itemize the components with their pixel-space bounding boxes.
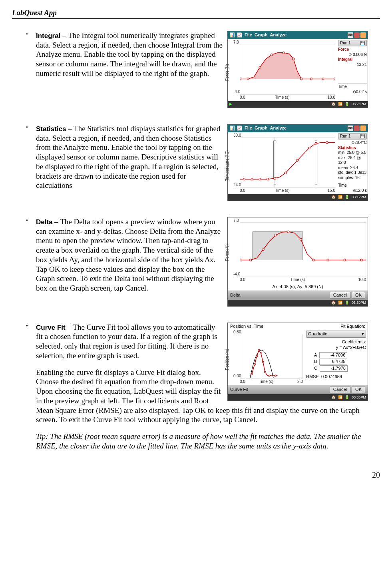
menu-file[interactable]: File <box>245 32 252 38</box>
home-icon[interactable]: 🏠 <box>331 395 336 400</box>
current-value: ⊙28.4°C <box>338 140 367 145</box>
y-min: -4.0 <box>233 272 240 277</box>
run-selector[interactable]: Run 1💾 <box>338 133 367 140</box>
save-icon[interactable]: 💾 <box>360 41 365 46</box>
y-max: 7.0 <box>233 218 239 223</box>
menu-file[interactable]: File <box>245 126 252 131</box>
coef-label: Coefficients: <box>306 339 366 345</box>
svg-point-2 <box>259 66 261 68</box>
svg-point-33 <box>251 373 253 375</box>
svg-point-31 <box>344 259 346 261</box>
titlebar: 📊 📈 File Graph Analyze ⌨ <box>228 31 368 39</box>
svg-point-36 <box>258 349 260 351</box>
tab-meter-icon[interactable]: 📊 <box>229 32 235 38</box>
tab-graph-icon[interactable]: 📈 <box>237 32 242 38</box>
cancel-button[interactable]: Cancel <box>330 386 350 393</box>
screenshot-curvefit: Position vs. Time Fit Equation: 0.80 0.0… <box>227 323 368 401</box>
term-statistics: Statistics <box>36 125 66 133</box>
x-max: 10.0 <box>358 277 366 283</box>
tip-text: Tip: The RMSE (root mean square error) i… <box>36 432 368 451</box>
keyboard-icon[interactable]: ⌨ <box>348 32 353 38</box>
stats-mean: mean: 26.4 <box>338 165 367 171</box>
ok-button[interactable]: OK <box>352 292 365 299</box>
svg-point-9 <box>334 78 335 80</box>
page-header: LabQuest App <box>12 8 380 19</box>
svg-point-21 <box>326 141 328 143</box>
x-label: Time (s) <box>259 379 273 385</box>
svg-point-28 <box>300 238 302 240</box>
icon-red[interactable] <box>354 32 360 38</box>
icon-orange[interactable] <box>360 32 366 38</box>
coef-c-value: -1.7978 <box>320 365 348 372</box>
svg-point-40 <box>269 375 270 377</box>
page-number: 20 <box>12 470 380 480</box>
time-value: ⊙0.02 s <box>338 90 367 95</box>
menu-graph[interactable]: Graph <box>255 32 267 38</box>
side-panel: Run 1💾 Force ⊙-0.006 N Integral 13.21 Ti… <box>337 39 368 101</box>
save-icon[interactable]: 💾 <box>360 134 365 139</box>
svg-point-38 <box>262 361 264 363</box>
x-label: Time (s) <box>291 277 305 283</box>
x-label: Time (s) <box>275 188 289 193</box>
svg-point-23 <box>240 259 241 261</box>
icon-red[interactable] <box>354 126 360 131</box>
stats-samples: samples: 16 <box>338 175 367 181</box>
time-value: ⊙12.0 s <box>338 188 367 193</box>
menu-analyze[interactable]: Analyze <box>270 126 287 131</box>
svg-point-39 <box>264 371 266 373</box>
time-label: Time <box>338 84 347 89</box>
menu-analyze[interactable]: Analyze <box>270 32 287 38</box>
fit-title: Fit Equation: <box>340 324 365 329</box>
screenshot-integral: 📊 📈 File Graph Analyze ⌨ 7.0 -4.0 0.0 10… <box>227 31 368 108</box>
svg-point-18 <box>296 159 298 161</box>
equation-text: y = Ax^2+Bx+C <box>306 345 366 351</box>
term-curvefit: Curve Fit <box>36 324 66 331</box>
cancel-button[interactable]: Cancel <box>330 292 350 299</box>
home-icon[interactable]: 🏠 <box>331 301 336 305</box>
force-value: ⊙-0.006 N <box>338 52 367 58</box>
tab-meter-icon[interactable]: 📊 <box>229 126 235 131</box>
tab-graph-icon[interactable]: 📈 <box>237 126 242 131</box>
dialog-title: Curve Fit <box>230 387 248 393</box>
term-delta: Delta <box>36 218 53 226</box>
x-max: 15.0 <box>328 188 335 193</box>
svg-point-17 <box>285 172 287 174</box>
y-label: Force (N) <box>225 64 230 81</box>
svg-point-29 <box>312 259 314 261</box>
svg-rect-22 <box>253 232 303 260</box>
ok-button[interactable]: OK <box>352 386 365 393</box>
home-icon[interactable]: 🏠 <box>331 102 336 106</box>
chevron-down-icon: ▾ <box>362 331 364 337</box>
force-label: Force <box>338 47 367 52</box>
svg-point-3 <box>271 54 273 56</box>
run-selector[interactable]: Run 1💾 <box>338 40 367 47</box>
icon-orange[interactable] <box>360 126 366 131</box>
y-label: Temperature (°C) <box>225 150 230 181</box>
svg-point-7 <box>310 78 312 80</box>
play-icon[interactable]: ▶ <box>229 102 232 106</box>
text-integral: – The Integral tool numerically integrat… <box>36 31 223 78</box>
keyboard-icon[interactable]: ⌨ <box>348 126 353 131</box>
svg-point-26 <box>275 234 277 236</box>
y-min: -4.0 <box>233 90 240 95</box>
svg-point-20 <box>315 142 317 144</box>
x-min: 0.0 <box>240 188 245 193</box>
equation-type-dropdown[interactable]: Quadratic▾ <box>306 331 366 338</box>
time-label: Time <box>338 183 347 187</box>
screenshot-delta: 7.0 -4.0 0.0 10.0 Time (s) Force (N) <box>227 217 368 307</box>
svg-point-34 <box>254 363 255 365</box>
coef-b-label: B <box>314 359 317 365</box>
x-min: 0.0 <box>240 379 245 385</box>
svg-point-15 <box>267 178 269 180</box>
battery-icon: 🔋 <box>345 301 349 305</box>
coef-a-value: -4.7096 <box>319 352 347 359</box>
svg-point-1 <box>247 78 249 80</box>
fit-panel: Quadratic▾ Coefficients: y = Ax^2+Bx+C A… <box>304 329 368 385</box>
dialog-title: Delta <box>230 293 241 298</box>
home-icon[interactable]: 🏠 <box>331 195 336 199</box>
svg-point-16 <box>274 177 276 179</box>
menu-graph[interactable]: Graph <box>255 126 267 131</box>
svg-point-41 <box>275 375 276 377</box>
y-max: 7.0 <box>233 40 239 45</box>
x-max: 2.0 <box>297 379 303 385</box>
